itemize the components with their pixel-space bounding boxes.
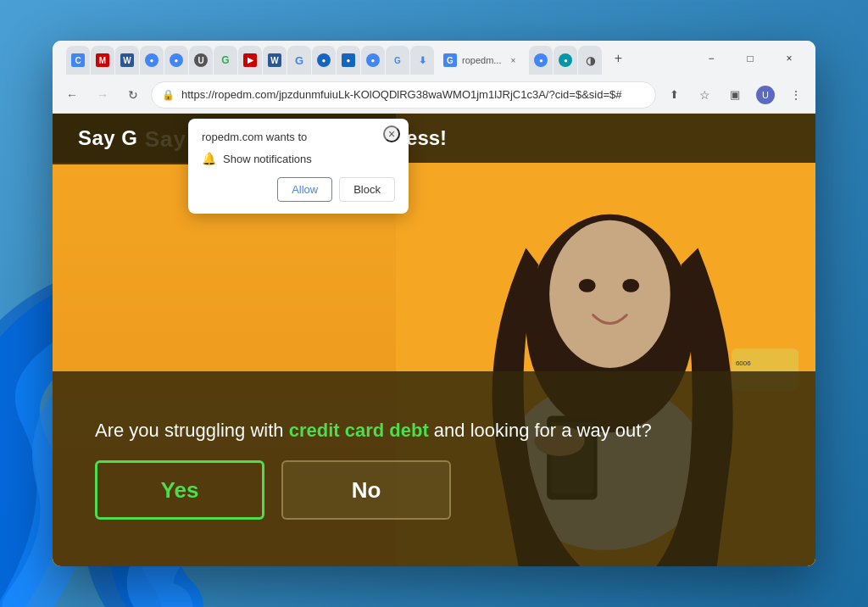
no-button[interactable]: No — [281, 460, 451, 520]
tab-18[interactable]: ● — [554, 46, 577, 75]
svg-text:6006: 6006 — [736, 359, 751, 367]
sidebar-button[interactable]: ▣ — [722, 82, 748, 108]
profile-icon: U — [756, 86, 775, 104]
new-tab-button[interactable]: + — [606, 47, 630, 70]
title-bar: C M W ● ● U G ▶ W — [53, 41, 815, 76]
tab-3-favicon: W — [120, 53, 134, 67]
tab-16-label: ropedm... — [462, 55, 501, 65]
tab-14[interactable]: G — [386, 46, 409, 75]
tab-6[interactable]: U — [189, 46, 213, 75]
tab-2-favicon: M — [96, 53, 109, 67]
tab-19[interactable]: ◑ — [578, 46, 602, 75]
tab-13-favicon: ● — [366, 53, 380, 67]
maximize-button[interactable]: □ — [731, 45, 770, 72]
window-controls: − □ × — [692, 45, 809, 72]
back-button[interactable]: ← — [59, 82, 85, 108]
share-button[interactable]: ⬆ — [661, 82, 687, 108]
question-text: Are you struggling with credit card debt… — [95, 418, 773, 444]
tab-13[interactable]: ● — [361, 46, 385, 75]
tab-11[interactable]: ● — [312, 46, 336, 75]
block-button[interactable]: Block — [339, 177, 395, 202]
tab-1-favicon: C — [71, 53, 85, 67]
popup-notification-row: 🔔 Show notifications — [202, 152, 395, 165]
forward-button[interactable]: → — [90, 82, 115, 108]
tab-16-close[interactable]: × — [506, 53, 520, 67]
lock-icon: 🔒 — [162, 89, 175, 101]
tab-7[interactable]: G — [214, 46, 237, 75]
tab-18-favicon: ● — [559, 53, 572, 67]
tab-16-favicon: G — [443, 53, 457, 67]
tabs-container: C M W ● ● U G ▶ W — [59, 42, 688, 75]
tab-17-favicon: ● — [534, 53, 548, 67]
svg-point-6 — [579, 279, 596, 292]
notification-popup: × ropedm.com wants to 🔔 Show notificatio… — [188, 119, 409, 214]
minimize-button[interactable]: − — [692, 45, 731, 72]
tab-14-favicon: G — [391, 53, 404, 67]
tab-3[interactable]: W — [115, 46, 139, 75]
site-background: Say GSay Goodbye to Debt Stress! — [53, 114, 815, 566]
star-icon: ☆ — [699, 88, 710, 102]
tab-5-favicon: ● — [170, 53, 183, 67]
tab-16-active[interactable]: G ropedm... × — [435, 46, 528, 75]
url-text: https://ropedm.com/jpzdunmfuiuLk-KOlOQDl… — [181, 88, 645, 101]
tab-12[interactable]: ● — [337, 46, 360, 75]
tab-4[interactable]: ● — [140, 46, 164, 75]
tab-9-favicon: W — [268, 53, 281, 67]
svg-point-7 — [622, 279, 639, 292]
popup-title: ropedm.com wants to — [202, 131, 395, 143]
popup-notification-text: Show notifications — [223, 153, 312, 165]
tab-10[interactable]: G — [287, 46, 311, 75]
tab-4-favicon: ● — [145, 53, 159, 67]
yes-button[interactable]: Yes — [95, 460, 264, 520]
headline-overlay: Say Goodbye to oodbye to Say Goodbye to … — [53, 114, 815, 163]
tab-11-favicon: ● — [317, 53, 331, 67]
tab-7-favicon: G — [219, 53, 232, 67]
svg-point-5 — [549, 220, 670, 368]
more-button[interactable]: ⋮ — [783, 82, 809, 108]
profile-button[interactable]: U — [753, 82, 778, 108]
browser-window: C M W ● ● U G ▶ W — [53, 41, 815, 566]
tab-8-favicon: ▶ — [243, 53, 257, 67]
tab-17[interactable]: ● — [529, 46, 553, 75]
address-bar-row: ← → ↻ 🔒 https://ropedm.com/jpzdunmfuiuLk… — [53, 76, 815, 114]
answer-buttons: Yes No — [95, 460, 773, 520]
close-button[interactable]: × — [770, 45, 809, 72]
tab-10-favicon: G — [292, 53, 306, 67]
more-icon: ⋮ — [790, 88, 802, 102]
question-section: Are you struggling with credit card debt… — [53, 371, 815, 566]
page-content: Say GSay Goodbye to Debt Stress! — [53, 114, 815, 566]
allow-button[interactable]: Allow — [277, 177, 332, 202]
tab-15-favicon: ⬇ — [415, 53, 429, 67]
tab-2[interactable]: M — [91, 46, 114, 75]
address-bar[interactable]: 🔒 https://ropedm.com/jpzdunmfuiuLk-KOlOQ… — [151, 81, 656, 109]
tab-9[interactable]: W — [263, 46, 287, 75]
tab-5[interactable]: ● — [164, 46, 188, 75]
tab-6-favicon: U — [194, 53, 208, 67]
popup-buttons: Allow Block — [202, 177, 395, 202]
sidebar-icon: ▣ — [730, 88, 740, 101]
tab-15[interactable]: ⬇ — [410, 46, 434, 75]
share-icon: ⬆ — [670, 88, 679, 101]
tab-19-favicon: ◑ — [583, 53, 597, 67]
tab-1[interactable]: C — [66, 46, 90, 75]
tab-12-favicon: ● — [342, 53, 355, 67]
reload-button[interactable]: ↻ — [120, 82, 146, 108]
popup-close-button[interactable]: × — [383, 125, 400, 142]
bell-icon: 🔔 — [202, 152, 216, 165]
tab-8[interactable]: ▶ — [238, 46, 262, 75]
bookmark-button[interactable]: ☆ — [692, 82, 717, 108]
